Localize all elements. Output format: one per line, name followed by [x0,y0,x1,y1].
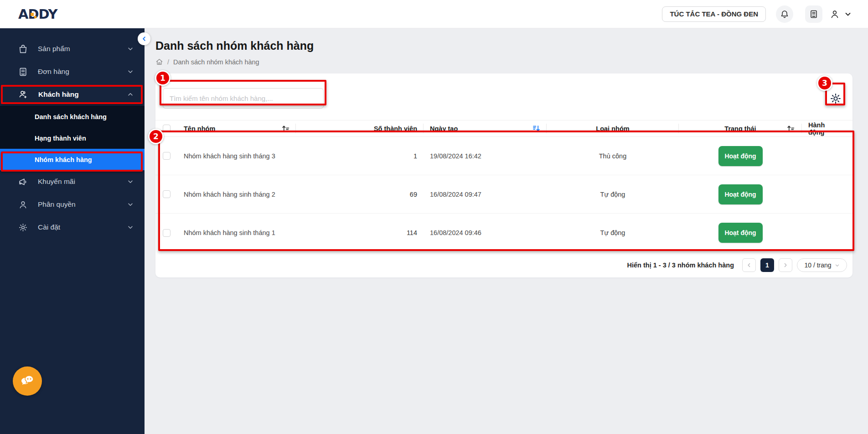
receipt-icon [18,67,28,77]
sidebar-item-san-pham[interactable]: Sản phẩm [0,37,145,60]
column-header-ten-nhom[interactable]: Tên nhóm [184,125,215,132]
column-header-so-thanh-vien[interactable]: Số thành viên [374,125,417,132]
chevron-down-icon [127,224,134,230]
chevron-down-icon [127,178,134,185]
sidebar-collapse-button[interactable] [138,32,150,45]
chevron-down-icon [844,10,852,18]
sidebar-item-label: Khách hàng [38,90,127,99]
sidebar-item-label: Phân quyền [38,200,127,209]
support-chat-button[interactable] [13,366,42,396]
page-number-button[interactable]: 1 [760,258,774,272]
store-selector-button[interactable]: TÚC TẮC TEA - ĐỒNG ĐEN [662,6,766,22]
chevron-right-icon [783,262,788,268]
megaphone-icon [18,177,28,187]
addy-logo[interactable]: ADDY [18,6,82,22]
chevron-up-icon [127,91,134,98]
status-badge-button[interactable]: Hoạt động [718,223,763,243]
sort-ascending-icon[interactable] [282,125,289,132]
sidebar-item-cai-dat[interactable]: Cài đặt [0,216,145,239]
next-page-button[interactable] [779,258,792,272]
sidebar-item-khach-hang[interactable]: Khách hàng [0,83,145,106]
submenu-item-danh-sach-khach-hang[interactable]: Danh sách khách hàng [0,106,145,127]
row-checkbox[interactable] [163,152,170,160]
sidebar-item-khuyen-mai[interactable]: Khuyến mãi [0,170,145,193]
chat-icon [20,374,35,388]
group-type: Thủ công [547,152,679,160]
member-count: 1 [296,152,424,160]
group-name: Nhóm khách hàng sinh tháng 2 [177,191,296,198]
chevron-down-icon [127,68,134,75]
sidebar-item-label: Sản phẩm [38,45,127,53]
topbar-actions: TÚC TẮC TEA - ĐỒNG ĐEN [662,5,852,23]
column-header-hanh-dong: Hành động [808,121,842,136]
search-input[interactable] [163,88,324,109]
created-date: 16/08/2024 09:46 [424,229,547,236]
submenu-item-nhom-khach-hang[interactable]: Nhóm khách hàng [0,149,145,170]
breadcrumb-separator: / [167,58,169,66]
customer-groups-card: Tên nhóm Số thành viên Ngày tạo Loại nhó… [155,73,852,277]
receipt-icon [809,10,818,19]
column-header-loai-nhom[interactable]: Loại nhóm [596,125,629,132]
top-header: ADDY TÚC TẮC TEA - ĐỒNG ĐEN [0,0,868,28]
breadcrumb: / Danh sách nhóm khách hàng [155,58,852,66]
select-all-checkbox[interactable] [163,125,170,132]
previous-page-button[interactable] [742,258,756,272]
khach-hang-submenu: Danh sách khách hàng Hạng thành viên Nhó… [0,106,145,170]
user-icon [830,9,840,19]
logo-orange-square [31,13,34,16]
account-button[interactable] [830,9,840,19]
pagination-summary: Hiển thị 1 - 3 / 3 nhóm khách hàng [627,261,734,269]
sidebar-item-phan-quyen[interactable]: Phân quyền [0,193,145,216]
bell-icon [780,10,789,19]
created-date: 16/08/2024 09:47 [424,191,547,198]
table-row[interactable]: Nhóm khách hàng sinh tháng 1 114 16/08/2… [155,214,852,252]
bag-icon [18,44,28,54]
sort-descending-icon[interactable] [532,125,540,132]
page-size-select[interactable]: 10 / trang [797,258,847,272]
status-badge-button[interactable]: Hoạt động [718,184,763,204]
group-name: Nhóm khách hàng sinh tháng 3 [177,152,296,160]
sidebar-item-label: Cài đặt [38,223,127,231]
page-title: Danh sách nhóm khách hàng [155,39,852,52]
breadcrumb-current[interactable]: Danh sách nhóm khách hàng [173,58,259,66]
customer-groups-table: Tên nhóm Số thành viên Ngày tạo Loại nhó… [155,120,852,252]
row-checkbox[interactable] [163,190,170,198]
logo-text: ADDY [18,6,58,22]
home-icon[interactable] [155,58,163,66]
member-count: 69 [296,191,424,198]
chevron-down-icon [127,201,134,208]
account-menu-toggle[interactable] [844,10,852,18]
gear-icon [18,223,28,232]
chevron-left-icon [141,36,147,42]
column-header-trang-thai[interactable]: Trạng thái [724,125,756,132]
sidebar-item-don-hang[interactable]: Đơn hàng [0,60,145,83]
group-name: Nhóm khách hàng sinh tháng 1 [177,229,296,236]
orders-button[interactable] [805,5,822,23]
chevron-down-icon [835,263,840,268]
table-settings-button[interactable] [830,93,842,105]
page-size-value: 10 / trang [804,261,831,269]
row-checkbox[interactable] [163,229,170,237]
gear-icon [830,93,842,105]
table-header-row: Tên nhóm Số thành viên Ngày tạo Loại nhó… [155,120,852,137]
sidebar-item-label: Khuyến mãi [38,178,127,186]
member-count: 114 [296,229,424,236]
table-row[interactable]: Nhóm khách hàng sinh tháng 2 69 16/08/20… [155,175,852,214]
notification-bell-button[interactable] [776,5,793,23]
chevron-down-icon [127,46,134,52]
submenu-item-hang-thanh-vien[interactable]: Hạng thành viên [0,127,145,149]
sidebar-item-label: Đơn hàng [38,68,127,76]
status-badge-button[interactable]: Hoạt động [718,146,763,166]
person-icon [18,200,28,209]
pagination-bar: Hiển thị 1 - 3 / 3 nhóm khách hàng 1 10 … [155,253,852,277]
table-row[interactable]: Nhóm khách hàng sinh tháng 3 1 19/08/202… [155,137,852,175]
logo-orange-square [34,16,36,18]
group-type: Tự động [547,229,679,236]
group-type: Tự động [547,191,679,198]
main-content: Danh sách nhóm khách hàng / Danh sách nh… [145,28,868,434]
created-date: 19/08/2024 16:42 [424,152,547,160]
users-plus-icon [18,89,28,99]
chevron-left-icon [746,262,752,268]
sort-ascending-icon[interactable] [787,125,795,132]
column-header-ngay-tao[interactable]: Ngày tạo [430,125,458,132]
